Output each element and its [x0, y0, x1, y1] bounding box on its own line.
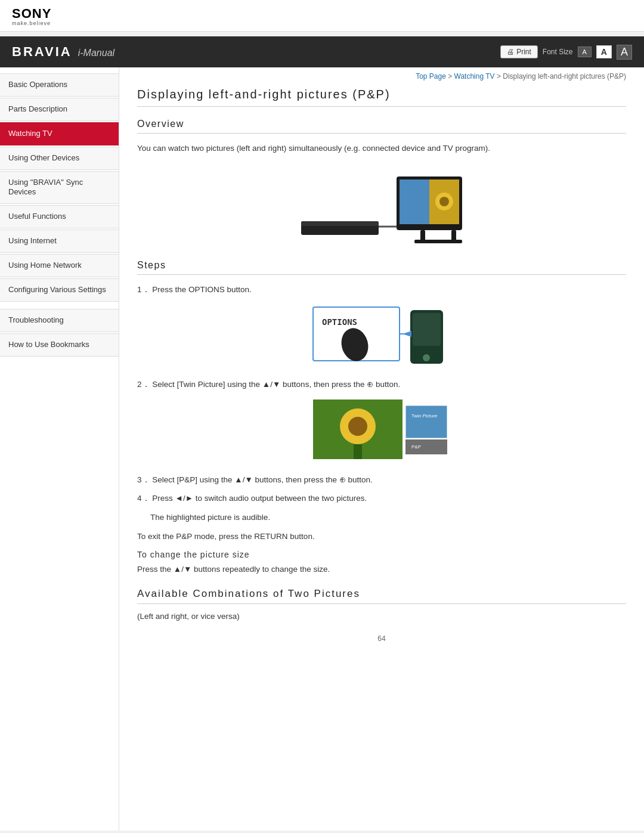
- print-label: Print: [516, 48, 531, 56]
- avail-heading: Available Combinations of Two Pictures: [137, 588, 626, 604]
- svg-rect-9: [420, 230, 425, 241]
- step-1-num: 1．: [137, 285, 150, 294]
- step-4-num: 4．: [137, 494, 150, 503]
- change-size-text: Press the ▲/▼ buttons repeatedly to chan…: [137, 563, 626, 576]
- sidebar-item-configuring-settings[interactable]: Configuring Various Settings: [0, 278, 119, 302]
- twin-pic-svg: Twin Picture P&P: [313, 400, 450, 465]
- svg-rect-11: [414, 240, 462, 243]
- font-large-button[interactable]: A: [617, 45, 632, 60]
- tv-illustration: [295, 165, 468, 248]
- page-number: 64: [137, 634, 626, 643]
- svg-rect-16: [413, 313, 441, 346]
- step-3: 3． Select [P&P] using the ▲/▼ buttons, t…: [137, 473, 626, 487]
- options-illustration: OPTIONS: [137, 304, 626, 370]
- sidebar-item-troubleshooting[interactable]: Troubleshooting: [0, 309, 119, 332]
- breadcrumb-current: Displaying left-and-right pictures (P&P): [503, 72, 626, 80]
- bravia-controls: 🖨 Print Font Size A A A: [500, 45, 632, 60]
- font-medium-button[interactable]: A: [596, 45, 612, 58]
- step-1: 1． Press the OPTIONS button.: [137, 283, 626, 296]
- sidebar-item-basic-operations[interactable]: Basic Operations: [0, 73, 119, 97]
- svg-point-8: [439, 197, 449, 206]
- sony-logo: SONY: [12, 7, 632, 20]
- breadcrumb-top-page[interactable]: Top Page: [416, 72, 446, 80]
- bravia-logo: BRAVIA: [12, 44, 72, 60]
- bravia-bar: BRAVIA i-Manual 🖨 Print Font Size A A A: [0, 36, 644, 67]
- svg-rect-23: [354, 444, 362, 459]
- font-small-button[interactable]: A: [578, 47, 592, 57]
- sony-header: SONY make.believe: [0, 0, 644, 32]
- step-4: 4． Press ◄/► to switch audio output betw…: [137, 492, 626, 505]
- content-area: Top Page > Watching TV > Displaying left…: [119, 67, 644, 831]
- svg-rect-24: [405, 405, 447, 438]
- sony-tagline: make.believe: [12, 20, 632, 26]
- sidebar-item-using-internet[interactable]: Using Internet: [0, 230, 119, 253]
- svg-text:OPTIONS: OPTIONS: [322, 317, 357, 327]
- sidebar: Basic Operations Parts Description Watch…: [0, 67, 119, 831]
- sidebar-item-using-other-devices[interactable]: Using Other Devices: [0, 147, 119, 170]
- step-4-text: Press ◄/► to switch audio output between…: [152, 494, 367, 503]
- step-2-num: 2．: [137, 380, 150, 389]
- print-button[interactable]: 🖨 Print: [500, 45, 538, 58]
- svg-rect-5: [400, 179, 429, 224]
- change-size-heading: To change the picture size: [137, 550, 626, 559]
- svg-text:Twin Picture: Twin Picture: [411, 413, 438, 419]
- steps-heading: Steps: [137, 260, 626, 275]
- svg-point-17: [423, 354, 430, 361]
- breadcrumb: Top Page > Watching TV > Displaying left…: [137, 67, 626, 88]
- twin-pic-illustration: Twin Picture P&P: [137, 400, 626, 465]
- step-1-text: Press the OPTIONS button.: [152, 285, 252, 294]
- sidebar-item-useful-functions[interactable]: Useful Functions: [0, 205, 119, 228]
- page-title: Displaying left-and-right pictures (P&P): [137, 88, 626, 107]
- breadcrumb-sep2: >: [497, 72, 503, 80]
- sidebar-item-watching-tv[interactable]: Watching TV: [0, 122, 119, 145]
- step-2: 2． Select [Twin Picture] using the ▲/▼ b…: [137, 378, 626, 391]
- svg-text:P&P: P&P: [411, 444, 421, 450]
- sidebar-divider: [0, 303, 119, 309]
- step-3-num: 3．: [137, 475, 150, 484]
- sidebar-item-parts-description[interactable]: Parts Description: [0, 98, 119, 121]
- sidebar-item-using-bravia-sync[interactable]: Using "BRAVIA" Sync Devices: [0, 171, 119, 205]
- step-4b-text: The highlighted picture is audible.: [150, 511, 626, 524]
- tv-illustration-container: [137, 165, 626, 248]
- breadcrumb-watching-tv[interactable]: Watching TV: [454, 72, 495, 80]
- bravia-title: BRAVIA i-Manual: [12, 44, 114, 60]
- exit-text: To exit the P&P mode, press the RETURN b…: [137, 530, 626, 543]
- svg-rect-10: [451, 230, 456, 241]
- bravia-manual: i-Manual: [78, 48, 114, 58]
- overview-heading: Overview: [137, 119, 626, 134]
- step-3-text: Select [P&P] using the ▲/▼ buttons, then…: [152, 475, 372, 484]
- main-layout: Basic Operations Parts Description Watch…: [0, 67, 644, 831]
- svg-point-22: [348, 417, 367, 436]
- printer-icon: 🖨: [507, 48, 514, 56]
- sidebar-item-using-home-network[interactable]: Using Home Network: [0, 254, 119, 277]
- options-svg: OPTIONS: [310, 304, 453, 370]
- step-2-text: Select [Twin Picture] using the ▲/▼ butt…: [152, 380, 400, 389]
- svg-rect-1: [301, 221, 379, 226]
- breadcrumb-sep1: >: [448, 72, 454, 80]
- overview-text: You can watch two pictures (left and rig…: [137, 142, 626, 155]
- avail-text: (Left and right, or vice versa): [137, 610, 626, 623]
- font-size-label: Font Size: [543, 48, 573, 56]
- sidebar-item-how-to-use[interactable]: How to Use Bookmarks: [0, 333, 119, 357]
